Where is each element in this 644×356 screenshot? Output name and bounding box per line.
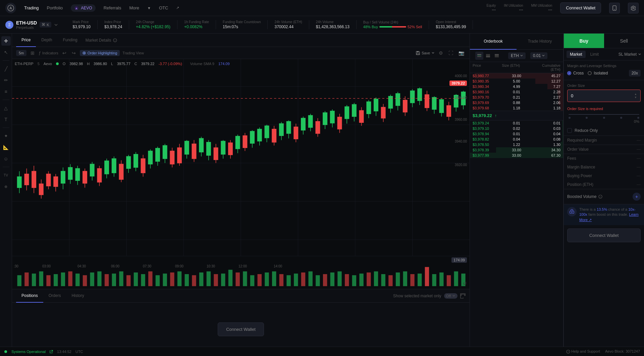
ruler-tool[interactable]: 📐 <box>1 143 11 152</box>
svg-rect-165 <box>119 271 123 286</box>
tradingview-logo[interactable]: TV <box>1 170 11 180</box>
order-size-input-wrapper[interactable]: ▲ ▼ <box>567 90 641 102</box>
trading-view-label[interactable]: Trading View <box>122 51 144 55</box>
reduce-only-row[interactable]: Reduce Only <box>564 125 644 136</box>
tab-trade-history[interactable]: Trade History <box>517 34 563 50</box>
emoji-tool[interactable]: ☺ <box>1 154 11 163</box>
ask-row[interactable]: $3,980.16 0.01 2.28 <box>470 89 563 95</box>
high-value: 3986.80 <box>94 62 107 66</box>
bid-row[interactable]: $3,978.50 1.22 1.30 <box>470 142 563 147</box>
tab-history[interactable]: History <box>66 289 89 303</box>
redo-icon[interactable]: ↪ <box>70 49 77 57</box>
tab-orders[interactable]: Orders <box>43 289 66 303</box>
ask-row[interactable]: $3,980.34 4.99 7.27 <box>470 84 563 89</box>
cross-option[interactable]: Cross <box>567 71 584 75</box>
help-support[interactable]: ? Help and Support <box>566 349 601 353</box>
aevo-badge[interactable]: A AEVO <box>71 4 95 12</box>
undo-icon[interactable]: ↩ <box>61 49 68 57</box>
svg-rect-33 <box>54 177 58 187</box>
connect-wallet-nav[interactable]: Connect Wallet <box>560 2 601 13</box>
sell-button[interactable]: Sell <box>604 34 644 48</box>
ask-row[interactable]: $3,980.35 5.00 12.27 <box>470 79 563 84</box>
isolated-option[interactable]: Isolated <box>588 71 608 75</box>
refresh-icon[interactable]: ↺ <box>463 281 467 286</box>
tab-positions[interactable]: Positions <box>16 289 43 303</box>
measure-tool[interactable]: ≡ <box>1 87 11 96</box>
bid-row[interactable]: $3,978.82 0.04 0.08 <box>470 137 563 142</box>
cursor-tool[interactable]: ↖ <box>1 48 11 57</box>
svg-rect-101 <box>207 142 211 155</box>
connect-wallet-bottom[interactable]: Connect Wallet <box>567 228 641 242</box>
ob-size-select[interactable]: 0.01 <box>530 52 547 59</box>
nav-portfolio[interactable]: Portfolio <box>47 5 63 10</box>
tab-orderbook[interactable]: Orderbook <box>470 34 517 50</box>
bid-row[interactable]: $3,978.39 33.00 34.30 <box>470 147 563 153</box>
nav-referrals[interactable]: Referrals <box>104 5 121 10</box>
leverage-badge[interactable]: 20x <box>629 70 641 77</box>
ob-view-bids[interactable] <box>484 52 492 60</box>
draw-tool[interactable]: △ <box>1 103 11 113</box>
orderbook-midprice: $3,979.22 ↑ <box>470 111 563 120</box>
settings-chart-icon[interactable]: ⚙ <box>437 49 444 57</box>
nav-trading[interactable]: Trading <box>24 5 39 10</box>
slider-marker-25[interactable] <box>586 117 588 119</box>
camera-icon[interactable]: 📷 <box>457 49 466 57</box>
reduce-only-checkbox[interactable] <box>567 128 572 133</box>
market-info[interactable]: Ξ ETH-USD Perpetuals ⌘ K <box>5 20 58 30</box>
countdown-value: 15m:07s <box>223 24 261 29</box>
show-market-toggle[interactable]: Off <box>444 293 458 299</box>
mobile-icon[interactable] <box>609 3 620 13</box>
tab-funding[interactable]: Funding <box>57 34 83 47</box>
zoom-in-tool[interactable]: ⊕ <box>1 182 11 191</box>
slider-marker-75[interactable] <box>620 117 622 119</box>
trendline-tool[interactable]: ╱ <box>1 64 11 73</box>
stepper-up[interactable]: ▲ <box>634 93 637 96</box>
market-details-tab[interactable]: Market Details i <box>86 38 117 43</box>
app-logo[interactable]: A <box>5 3 16 13</box>
ask-row[interactable]: $3,980.77 33.00 45.27 <box>470 73 563 79</box>
save-btn[interactable]: Save <box>416 51 435 55</box>
order-highlighting-btn[interactable]: Order Highlighting <box>80 50 120 56</box>
tab-depth[interactable]: Depth <box>36 34 57 47</box>
text-tool[interactable]: T <box>1 115 11 124</box>
ob-token-select[interactable]: ETH <box>508 52 526 59</box>
order-size-input[interactable] <box>571 93 634 98</box>
stepper-down[interactable]: ▼ <box>634 96 637 99</box>
chart-type-icon[interactable]: ⊞ <box>29 49 36 57</box>
tab-market[interactable]: Market <box>567 51 586 58</box>
nav-otc[interactable]: OTC <box>159 5 168 10</box>
pencil-tool[interactable]: ✏ <box>1 75 11 85</box>
bottom-controls: Show selected market only Off <box>393 293 466 299</box>
slider-marker-50[interactable] <box>603 117 605 119</box>
crosshair-tool[interactable]: ✛ <box>1 36 11 46</box>
fullscreen-icon[interactable]: ⛶ <box>447 49 454 57</box>
ob-view-asks[interactable] <box>493 52 501 60</box>
boost-pct: 13.5% <box>597 207 607 211</box>
svg-rect-199 <box>367 272 371 286</box>
bid-row[interactable]: $3,979.24 0.01 0.01 <box>470 120 563 126</box>
tab-limit[interactable]: Limit <box>587 51 602 58</box>
sl-market-dropdown[interactable]: SL Market <box>619 52 641 57</box>
slider-marker-0[interactable] <box>569 117 571 119</box>
ask-row[interactable]: $3,979.69 0.88 2.06 <box>470 100 563 105</box>
order-value-row: Order Value --- <box>564 145 644 154</box>
bid-row[interactable]: $3,979.10 0.02 0.03 <box>470 126 563 131</box>
ask-size: 4.99 <box>502 85 531 89</box>
tab-price[interactable]: Price <box>16 34 36 47</box>
expand-icon[interactable] <box>460 293 466 299</box>
indicators-btn[interactable]: ƒ Indicators <box>39 51 58 55</box>
slider-marker-100[interactable] <box>637 117 639 119</box>
ob-view-both[interactable] <box>475 52 483 60</box>
ask-row[interactable]: $3,979.70 0.21 2.27 <box>470 95 563 100</box>
boosted-plus-btn[interactable]: + <box>633 193 641 201</box>
bid-row[interactable]: $3,978.94 0.01 0.04 <box>470 131 563 137</box>
ask-row[interactable]: $3,979.68 1.18 1.18 <box>470 105 563 111</box>
magnet-tool[interactable]: ✦ <box>1 131 11 141</box>
nav-more[interactable]: More <box>129 5 139 10</box>
svg-rect-178 <box>214 274 218 286</box>
bid-row[interactable]: $3,977.99 33.00 67.30 <box>470 153 563 158</box>
timeframe-5m[interactable]: 5m <box>16 50 26 56</box>
settings-icon[interactable] <box>628 3 639 13</box>
connect-wallet-center[interactable]: Connect Wallet <box>218 322 264 336</box>
buy-button[interactable]: Buy <box>564 34 604 48</box>
